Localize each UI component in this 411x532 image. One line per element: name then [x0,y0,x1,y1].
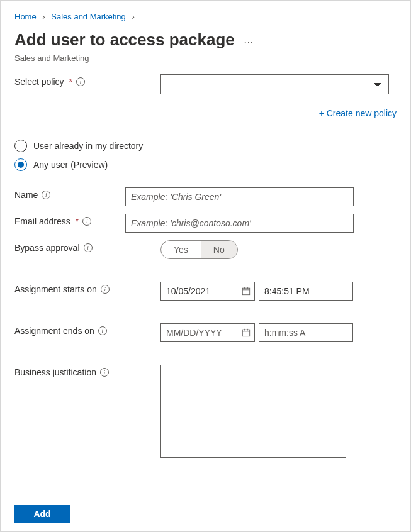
radio-any-user[interactable]: Any user (Preview) [14,158,397,171]
info-icon[interactable]: i [84,243,93,252]
radio-icon [14,140,27,152]
info-icon[interactable]: i [101,285,110,294]
footer: Add [1,496,410,531]
page-subtitle: Sales and Marketing [14,53,397,63]
radio-label: Any user (Preview) [33,160,108,170]
email-input[interactable] [125,214,354,233]
email-label: Email address [14,216,70,226]
select-policy-label: Select policy [14,77,64,87]
name-label: Name [14,190,38,200]
start-time-input[interactable] [259,282,353,301]
business-justification-label: Business justification [14,367,96,377]
bypass-approval-label: Bypass approval [14,243,80,253]
add-button[interactable]: Add [14,505,70,523]
select-policy-dropdown[interactable] [160,74,389,94]
info-icon[interactable]: i [82,217,91,226]
end-date-input[interactable] [160,323,255,342]
start-date-input[interactable] [160,282,255,301]
toggle-yes[interactable]: Yes [161,241,201,258]
breadcrumb-home[interactable]: Home [14,12,37,21]
radio-icon [14,158,27,171]
info-icon[interactable]: i [98,326,107,335]
required-marker: * [76,216,79,226]
end-time-input[interactable] [259,323,353,342]
radio-label: User already in my directory [33,141,143,151]
chevron-right-icon: › [132,12,134,21]
create-new-policy-link[interactable]: + Create new policy [319,108,397,118]
toggle-no[interactable]: No [201,241,237,258]
name-input[interactable] [125,187,354,206]
business-justification-textarea[interactable] [160,365,346,458]
required-marker: * [69,77,72,87]
info-icon[interactable]: i [76,77,85,86]
user-type-radio-group: User already in my directory Any user (P… [14,140,397,171]
bypass-approval-toggle[interactable]: Yes No [160,240,238,259]
breadcrumb-section[interactable]: Sales and Marketing [51,12,126,21]
more-actions-button[interactable]: … [244,34,255,45]
info-icon[interactable]: i [100,368,109,377]
info-icon[interactable]: i [42,191,50,199]
radio-user-in-directory[interactable]: User already in my directory [14,140,397,152]
page-title: Add user to access package [14,30,235,50]
breadcrumb: Home › Sales and Marketing › [14,12,397,21]
assignment-ends-label: Assignment ends on [14,326,94,336]
assignment-starts-label: Assignment starts on [14,284,97,294]
chevron-right-icon: › [42,12,45,21]
